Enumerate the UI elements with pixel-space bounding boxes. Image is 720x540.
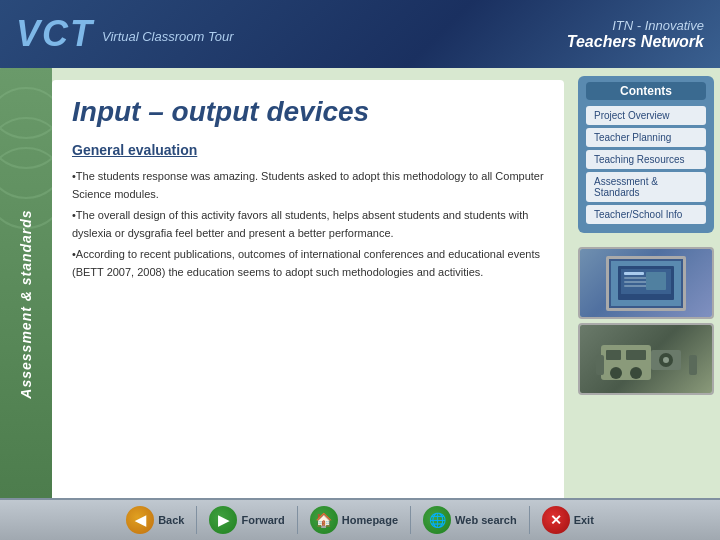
back-label: Back [158, 514, 184, 526]
footer-divider-2 [297, 506, 298, 534]
nav-item-teacher-planning[interactable]: Teacher Planning [586, 128, 706, 147]
websearch-button[interactable]: 🌐 Web search [413, 502, 527, 538]
svg-rect-20 [689, 355, 697, 375]
svg-rect-19 [596, 355, 604, 375]
itn-logo: ITN - Innovative Teachers Network [567, 18, 704, 51]
svg-rect-6 [624, 272, 644, 275]
svg-rect-12 [606, 350, 621, 360]
content-panel: Input – output devices General evaluatio… [52, 80, 564, 528]
itn-top-text: ITN - Innovative [567, 18, 704, 33]
vct-text-logo: VCT [16, 13, 94, 55]
itn-bottom-text: Teachers Network [567, 33, 704, 51]
nav-item-teaching-resources[interactable]: Teaching Resources [586, 150, 706, 169]
photo-thumb-bottom [578, 323, 714, 395]
footer-divider-1 [196, 506, 197, 534]
exit-label: Exit [574, 514, 594, 526]
homepage-label: Homepage [342, 514, 398, 526]
footer-divider-4 [529, 506, 530, 534]
vct-subtitle: Virtual Classroom Tour [102, 29, 234, 44]
content-para-3: •According to recent publications, outco… [72, 246, 544, 281]
forward-label: Forward [241, 514, 284, 526]
content-para-1: •The students response was amazing. Stud… [72, 168, 544, 203]
sidebar-label: Assessment & standards [18, 209, 34, 398]
websearch-icon: 🌐 [423, 506, 451, 534]
forward-arrow-icon: ▶ [209, 506, 237, 534]
svg-point-14 [610, 367, 622, 379]
photo-thumb-top [578, 247, 714, 319]
homepage-button[interactable]: 🏠 Homepage [300, 502, 408, 538]
section-heading: General evaluation [72, 142, 544, 158]
content-para-2: •The overall design of this activity fav… [72, 207, 544, 242]
screen-graphic [606, 256, 686, 311]
nav-item-teacher-school-info[interactable]: Teacher/School Info [586, 205, 706, 224]
contents-title: Contents [586, 82, 706, 100]
page-title: Input – output devices [72, 96, 544, 128]
photo-container [578, 247, 714, 395]
svg-rect-9 [624, 285, 649, 287]
back-button[interactable]: ◀ Back [116, 502, 194, 538]
nav-item-assessment-standards[interactable]: Assessment & Standards [586, 172, 706, 202]
svg-point-2 [0, 118, 52, 198]
svg-rect-13 [626, 350, 646, 360]
screen-content-svg [616, 264, 676, 302]
header: VCT Virtual Classroom Tour ITN - Innovat… [0, 0, 720, 68]
left-sidebar: Assessment & standards [0, 68, 52, 540]
footer-divider-3 [410, 506, 411, 534]
content-body: •The students response was amazing. Stud… [72, 168, 544, 282]
exit-button[interactable]: ✕ Exit [532, 502, 604, 538]
svg-rect-10 [646, 272, 666, 290]
contents-box: Contents Project Overview Teacher Planni… [578, 76, 714, 233]
svg-point-15 [630, 367, 642, 379]
right-sidebar: Contents Project Overview Teacher Planni… [572, 68, 720, 540]
svg-point-0 [0, 68, 52, 138]
svg-point-1 [0, 88, 52, 168]
exit-icon: ✕ [542, 506, 570, 534]
vct-logo: VCT Virtual Classroom Tour [16, 13, 234, 55]
svg-point-18 [663, 357, 669, 363]
back-arrow-icon: ◀ [126, 506, 154, 534]
main-area: Assessment & standards Input – output de… [0, 68, 720, 540]
home-icon: 🏠 [310, 506, 338, 534]
forward-button[interactable]: ▶ Forward [199, 502, 294, 538]
footer-bar: ◀ Back ▶ Forward 🏠 Homepage 🌐 Web search… [0, 498, 720, 540]
nav-item-project-overview[interactable]: Project Overview [586, 106, 706, 125]
websearch-label: Web search [455, 514, 517, 526]
robot-svg [581, 325, 711, 393]
